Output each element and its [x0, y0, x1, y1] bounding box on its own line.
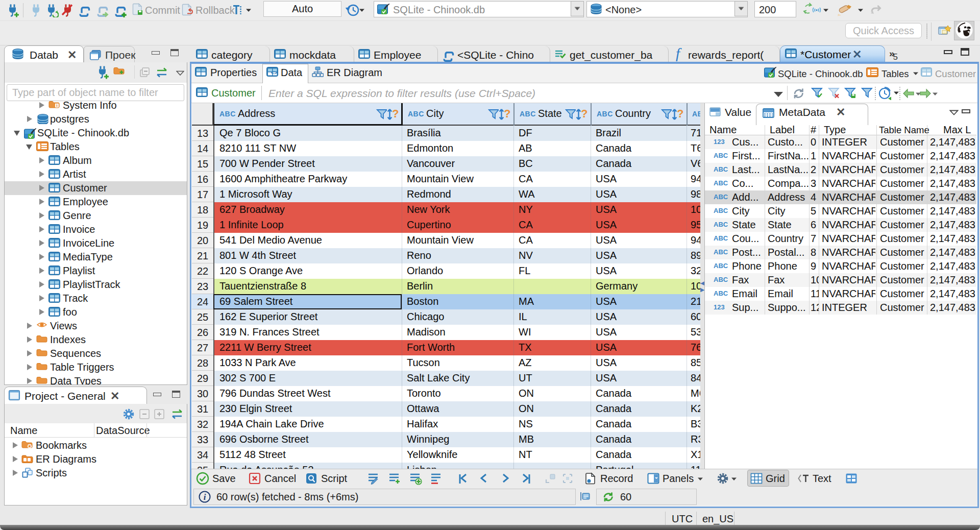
svg-text:<>: <>	[271, 69, 278, 76]
svg-text:f: f	[676, 47, 682, 61]
svg-text:i: i	[204, 492, 206, 502]
svg-text:★: ★	[28, 443, 32, 449]
